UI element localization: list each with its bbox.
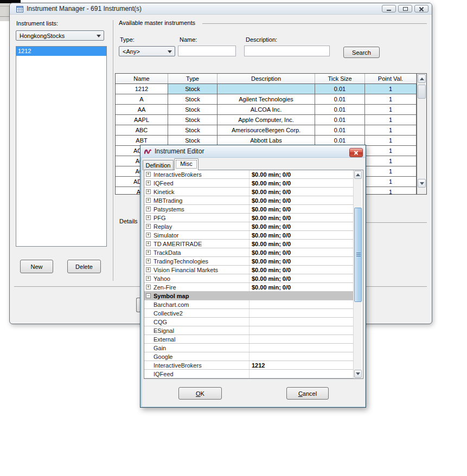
expand-icon[interactable]: + [146, 215, 151, 220]
grid-row-value[interactable] [249, 344, 353, 352]
expand-icon[interactable]: + [146, 181, 151, 185]
table-cell[interactable]: Stock [168, 105, 217, 114]
grid-row-value[interactable]: $0.00 min; 0/0 [249, 170, 353, 178]
grid-row-value[interactable]: $0.00 min; 0/0 [249, 188, 353, 196]
table-cell[interactable]: Apple Computer, Inc. [217, 115, 315, 125]
table-cell[interactable]: 0.01 [315, 125, 365, 135]
column-header[interactable]: Tick Size [315, 74, 365, 83]
grid-row-value[interactable]: $0.00 min; 0/0 [249, 205, 353, 213]
dialog-close-button[interactable] [349, 148, 363, 157]
grid-row[interactable]: CQG [144, 318, 353, 326]
list-item[interactable]: 1212 [16, 47, 106, 56]
table-cell[interactable]: 1 [365, 136, 417, 145]
expand-icon[interactable]: + [146, 207, 151, 211]
table-cell[interactable]: 1 [365, 94, 417, 104]
expand-icon[interactable]: + [146, 172, 151, 177]
collapse-icon[interactable]: − [146, 293, 151, 298]
grid-row[interactable]: Collective2 [144, 309, 353, 318]
grid-row-value[interactable]: $0.00 min; 0/0 [249, 274, 353, 282]
expand-icon[interactable]: + [146, 189, 151, 194]
grid-row-value[interactable]: $0.00 min; 0/0 [249, 222, 353, 230]
scroll-up-button[interactable] [418, 74, 426, 83]
grid-row-value[interactable]: $0.00 min; 0/0 [249, 257, 353, 265]
cancel-button[interactable]: Cancel [286, 387, 329, 400]
grid-row[interactable]: +TradingTechnologies$0.00 min; 0/0 [144, 257, 353, 266]
grid-row[interactable]: +MBTrading$0.00 min; 0/0 [144, 196, 353, 205]
grid-row[interactable]: +InteractiveBrokers$0.00 min; 0/0 [144, 170, 353, 179]
column-header[interactable]: Name [116, 74, 168, 83]
grid-row-value[interactable]: $0.00 min; 0/0 [249, 179, 353, 187]
tab-definition[interactable]: Definition [143, 160, 174, 170]
table-row[interactable]: ABCStockAmerisourceBergen Corp.0.011 [116, 125, 426, 136]
grid-row-value[interactable] [249, 370, 353, 378]
scroll-up-button[interactable] [354, 171, 362, 179]
grid-row-value[interactable]: $0.00 min; 0/0 [249, 231, 353, 239]
new-button[interactable]: New [20, 260, 53, 273]
grid-row-value[interactable] [249, 300, 353, 308]
instrument-list-dropdown[interactable]: HongkongStocks [16, 30, 104, 41]
titlebar[interactable]: Instrument Manager - 691 Instrument(s) [10, 3, 432, 15]
grid-row-value[interactable] [249, 309, 353, 317]
grid-row-value[interactable] [249, 352, 353, 361]
scrollbar-thumb[interactable] [354, 208, 362, 302]
table-cell[interactable]: AmerisourceBergen Corp. [217, 125, 315, 135]
expand-icon[interactable]: + [146, 241, 151, 246]
table-cell[interactable]: 1 [365, 146, 417, 156]
grid-row[interactable]: +PFG$0.00 min; 0/0 [144, 214, 353, 222]
grid-row[interactable]: Gain [144, 344, 353, 352]
table-row[interactable]: AAStockALCOA Inc.0.011 [116, 105, 426, 115]
grid-row-value[interactable]: $0.00 min; 0/0 [249, 283, 353, 291]
table-cell[interactable]: 1 [365, 177, 417, 186]
expand-icon[interactable]: + [146, 224, 151, 229]
table-cell[interactable]: 1 [365, 105, 417, 114]
grid-row[interactable]: +IQFeed$0.00 min; 0/0 [144, 179, 353, 188]
grid-row-value[interactable]: $0.00 min; 0/0 [249, 196, 353, 204]
grid-row[interactable]: +Replay$0.00 min; 0/0 [144, 222, 353, 231]
column-header[interactable]: Type [168, 74, 217, 83]
grid-row-value[interactable]: $0.00 min; 0/0 [249, 266, 353, 274]
grid-row[interactable]: +Zen-Fire$0.00 min; 0/0 [144, 283, 353, 292]
grid-row[interactable]: Google [144, 352, 353, 361]
expand-icon[interactable]: + [146, 276, 151, 281]
table-cell[interactable]: 1 [365, 115, 417, 125]
table-cell[interactable]: Stock [168, 115, 217, 125]
column-header[interactable]: Point Val. [365, 74, 417, 83]
table-cell[interactable]: ABC [116, 125, 168, 135]
ok-button[interactable]: OK [178, 387, 222, 400]
grid-row-value[interactable] [249, 318, 353, 326]
table-scrollbar[interactable] [417, 74, 426, 194]
minimize-button[interactable] [382, 5, 396, 12]
dialog-titlebar[interactable]: Instrument Editor [140, 145, 366, 158]
table-cell[interactable]: Stock [168, 84, 217, 94]
table-cell[interactable] [217, 84, 315, 94]
grid-row[interactable]: −Symbol map [144, 292, 353, 300]
delete-button[interactable]: Delete [67, 260, 101, 273]
grid-row[interactable]: InteractiveBrokers1212 [144, 361, 353, 370]
table-cell[interactable]: 1 [365, 125, 417, 135]
search-button[interactable]: Search [343, 47, 380, 58]
expand-icon[interactable]: + [146, 259, 151, 263]
grid-row[interactable]: External [144, 335, 353, 344]
table-cell[interactable]: 1 [365, 166, 417, 176]
description-input[interactable] [244, 46, 330, 56]
table-cell[interactable]: 0.01 [315, 105, 365, 114]
grid-row[interactable]: ESignal [144, 326, 353, 335]
expand-icon[interactable]: + [146, 285, 151, 290]
table-cell[interactable]: 0.01 [315, 94, 365, 104]
grid-row[interactable]: +Simulator$0.00 min; 0/0 [144, 231, 353, 240]
grid-row[interactable]: +Yahoo$0.00 min; 0/0 [144, 274, 353, 283]
grid-row[interactable]: +TD AMERITRADE$0.00 min; 0/0 [144, 240, 353, 248]
maximize-button[interactable] [398, 5, 412, 12]
table-cell[interactable]: A [116, 94, 168, 104]
grid-row-value[interactable] [249, 326, 353, 335]
scroll-down-button[interactable] [418, 179, 426, 188]
instrument-list-box[interactable]: 1212 [16, 46, 107, 247]
close-button[interactable] [414, 5, 428, 12]
table-cell[interactable]: 0.01 [315, 84, 365, 94]
type-dropdown[interactable]: <Any> [119, 46, 175, 56]
grid-row[interactable]: +TrackData$0.00 min; 0/0 [144, 248, 353, 257]
table-cell[interactable]: 1212 [116, 84, 168, 94]
grid-row-value[interactable]: $0.00 min; 0/0 [249, 240, 353, 248]
expand-icon[interactable]: + [146, 267, 151, 272]
expand-icon[interactable]: + [146, 198, 151, 203]
